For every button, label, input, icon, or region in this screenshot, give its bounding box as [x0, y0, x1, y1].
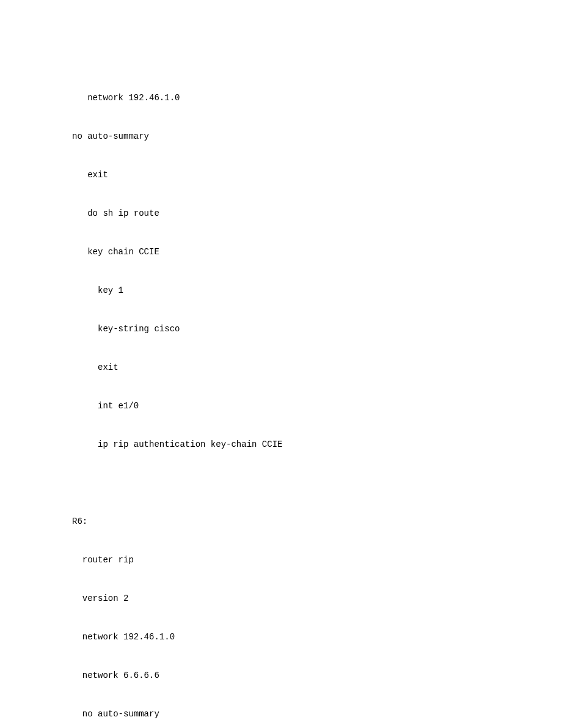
config-line: ip rip authentication key-chain CCIE [72, 438, 490, 451]
config-line: key 1 [72, 284, 490, 297]
router-header-r6: R6: [72, 515, 490, 528]
config-line: network 192.46.1.0 [72, 92, 490, 105]
config-block-top: network 192.46.1.0 no auto-summary exit … [72, 66, 490, 477]
config-line: exit [72, 361, 490, 374]
config-line: no auto-summary [72, 708, 490, 721]
config-line: router rip [72, 554, 490, 567]
config-line: int e1/0 [72, 400, 490, 413]
config-line: network 192.46.1.0 [72, 631, 490, 644]
document-page: network 192.46.1.0 no auto-summary exit … [0, 0, 562, 728]
config-block-r6: R6: router rip version 2 network 192.46.… [72, 490, 490, 728]
config-line: network 6.6.6.6 [72, 669, 490, 682]
blank-line [72, 477, 490, 490]
config-line: no auto-summary [72, 130, 490, 143]
config-line: key chain CCIE [72, 246, 490, 259]
config-line: version 2 [72, 592, 490, 605]
config-line: key-string cisco [72, 323, 490, 336]
config-line: do sh ip route [72, 207, 490, 220]
config-line: exit [72, 169, 490, 182]
